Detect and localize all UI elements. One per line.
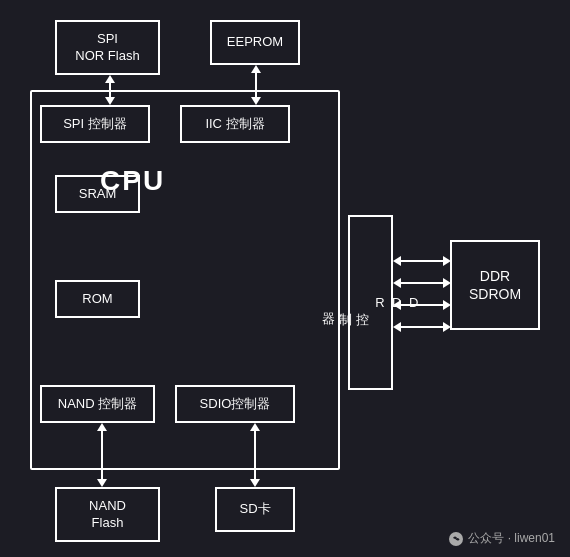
sram-box: SRAM xyxy=(55,175,140,213)
ddr-controller-box: DDR控制器 xyxy=(348,215,393,390)
nand-flash-label: NANDFlash xyxy=(89,498,126,532)
ddr-arrow-3 xyxy=(393,299,451,311)
spi-nor-flash-label: SPINOR Flash xyxy=(75,31,139,65)
sram-label: SRAM xyxy=(79,186,117,203)
eeprom-label: EEPROM xyxy=(227,34,283,51)
spi-nor-flash-box: SPINOR Flash xyxy=(55,20,160,75)
iic-controller-box: IIC 控制器 xyxy=(180,105,290,143)
wechat-icon xyxy=(448,531,464,547)
nand-controller-box: NAND 控制器 xyxy=(40,385,155,423)
arrow-sdio-ctrl-to-sd xyxy=(248,423,262,487)
arrow-spi-nor-to-ctrl xyxy=(103,75,117,105)
rom-label: ROM xyxy=(82,291,112,308)
spi-controller-box: SPI 控制器 xyxy=(40,105,150,143)
diagram-container: CPU SPINOR Flash EEPROM SPI 控制器 IIC 控制器 … xyxy=(0,0,570,557)
watermark-text: 公众号 · liwen01 xyxy=(468,530,555,547)
nand-flash-box: NANDFlash xyxy=(55,487,160,542)
sdio-controller-box: SDIO控制器 xyxy=(175,385,295,423)
nand-controller-label: NAND 控制器 xyxy=(58,396,137,413)
ddr-sdrom-box: DDRSDROM xyxy=(450,240,540,330)
ddr-sdrom-label: DDRSDROM xyxy=(469,267,521,303)
ddr-arrow-1 xyxy=(393,255,451,267)
ddr-arrow-4 xyxy=(393,321,451,333)
arrow-nand-ctrl-to-flash xyxy=(95,423,109,487)
sd-card-box: SD卡 xyxy=(215,487,295,532)
watermark: 公众号 · liwen01 xyxy=(448,530,555,547)
rom-box: ROM xyxy=(55,280,140,318)
ddr-arrow-2 xyxy=(393,277,451,289)
eeprom-box: EEPROM xyxy=(210,20,300,65)
ddr-arrows-group xyxy=(393,255,451,333)
arrow-eeprom-to-iic-ctrl xyxy=(249,65,263,105)
iic-controller-label: IIC 控制器 xyxy=(205,116,264,133)
spi-controller-label: SPI 控制器 xyxy=(63,116,127,133)
sd-card-label: SD卡 xyxy=(239,501,270,518)
sdio-controller-label: SDIO控制器 xyxy=(200,396,271,413)
